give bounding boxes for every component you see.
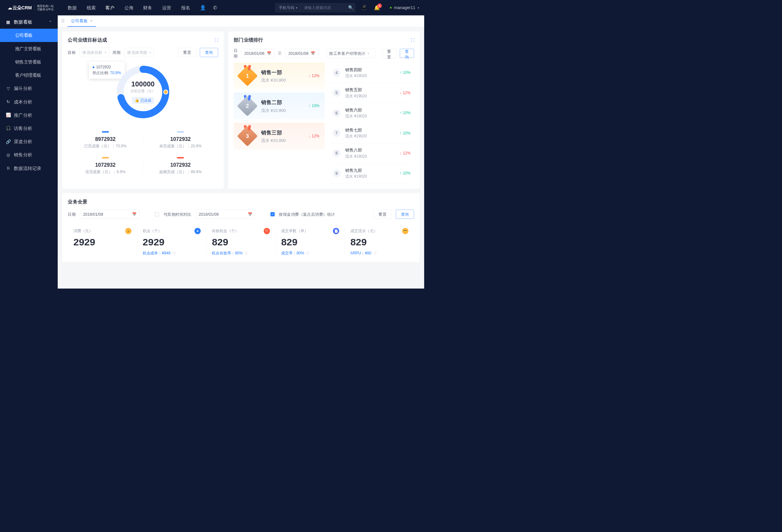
date-to[interactable]: 2018/01/08📅: [285, 49, 318, 58]
main: ☰ 公司看板 ✕ 公司业绩目标达成 ⛶ 目标 请选择目标▾ 周期 请选择周期▾ …: [58, 15, 424, 289]
calendar-icon: 📅: [267, 51, 272, 56]
query-button[interactable]: 查询: [200, 48, 218, 57]
filter-icon: ▽: [6, 86, 10, 91]
expand-icon[interactable]: ⛶: [411, 38, 414, 42]
logo[interactable]: ☁云朵CRM 教育机构一站式服务云平台: [8, 4, 54, 11]
chart-icon: 📈: [6, 112, 10, 117]
overview-stat: 成交单数（单）📄 829 成交率：80%?: [276, 227, 345, 257]
card-overview: 业务全景 日期 2018/01/08📅 与其他时间对比 2018/01/08📅 …: [62, 193, 420, 262]
rank-row[interactable]: 5 销售五部流水 ¥19020 ↓ 12%: [329, 83, 414, 103]
medal-icon: 1: [239, 67, 256, 84]
query-button[interactable]: 查询: [396, 210, 414, 219]
calendar-icon: 📅: [132, 212, 137, 216]
rank-row[interactable]: 4 销售四部流水 ¥19020 ↑ 10%: [329, 63, 414, 83]
help-icon[interactable]: ?: [373, 251, 377, 255]
sidebar-item[interactable]: ↻成本分析: [0, 95, 58, 108]
cycle-icon: ↻: [6, 99, 10, 104]
date-input-1[interactable]: 2018/01/08📅: [80, 210, 139, 219]
nav-item[interactable]: 财务: [143, 4, 152, 11]
user-menu[interactable]: manager11 ▾: [390, 5, 419, 10]
sidebar-item[interactable]: 销售主管看板: [0, 55, 58, 68]
rank-card[interactable]: 1 销售一部流水 ¥10,900 ↓ 12%: [234, 63, 325, 89]
period-select[interactable]: 请选择周期▾: [124, 48, 154, 57]
thumb-icon: 👍: [135, 98, 139, 103]
nav-items: 数据线索客户公海财务运营报名: [68, 4, 190, 11]
search-input[interactable]: [301, 5, 346, 10]
stat-cell: 8972932 已完成量（元）|70.9%: [68, 127, 143, 153]
date-input-2[interactable]: 2018/01/08📅: [196, 210, 255, 219]
flow-icon: ⎘: [6, 166, 10, 171]
reset-button[interactable]: 重置: [382, 49, 396, 58]
sidebar-item[interactable]: 🎧访客分析: [0, 122, 58, 135]
nav-item[interactable]: 数据: [68, 4, 77, 11]
calendar-icon: 📅: [311, 51, 315, 56]
dashboard-icon: ▦: [6, 20, 10, 25]
rank-row[interactable]: 9 销售九部流水 ¥19020 ↑ 10%: [329, 164, 414, 183]
search: 手机号码▾ 🔍: [275, 3, 355, 12]
sidebar-item[interactable]: 📈推广分析: [0, 108, 58, 121]
chevron-up-icon: ⌃: [49, 20, 51, 24]
calendar-icon: 📅: [248, 212, 252, 216]
search-button[interactable]: 🔍: [346, 5, 355, 10]
help-icon[interactable]: ?: [172, 251, 176, 255]
card-title: 公司业绩目标达成: [68, 37, 107, 43]
sidebar-item[interactable]: 🔗渠道分析: [0, 135, 58, 148]
status-tag: 👍已达成: [132, 97, 154, 104]
close-icon[interactable]: ✕: [90, 19, 93, 23]
overview-stat: 消费（元）💰 2929: [68, 227, 137, 257]
tab-company-board[interactable]: 公司看板 ✕: [67, 15, 96, 27]
topnav: ☁云朵CRM 教育机构一站式服务云平台 数据线索客户公海财务运营报名 👤 ✆ 手…: [0, 0, 424, 15]
sidebar-item[interactable]: ◎销售分析: [0, 148, 58, 162]
rank-row[interactable]: 8 销售八部流水 ¥19020 ↓ 12%: [329, 143, 414, 163]
query-button[interactable]: 查询: [400, 49, 414, 58]
mobile-icon[interactable]: 📱: [361, 5, 367, 11]
reset-button[interactable]: 重置: [178, 48, 196, 57]
nav-item[interactable]: 报名: [181, 4, 190, 11]
stat-icon: 📄: [333, 228, 340, 235]
stat-cell: 1072932 应完成量（元）|8.9%: [68, 153, 143, 179]
help-icon[interactable]: ?: [244, 251, 248, 255]
compare-checkbox[interactable]: [155, 212, 159, 216]
nav-item[interactable]: 运营: [162, 4, 171, 11]
sales-icon: ◎: [6, 152, 10, 157]
nav-item[interactable]: 客户: [105, 4, 114, 11]
stat-icon: ➤: [194, 228, 201, 235]
nav-item[interactable]: 线索: [87, 4, 96, 11]
stat-icon: 💳: [402, 228, 409, 235]
status-dot: [390, 7, 391, 8]
search-category[interactable]: 手机号码▾: [275, 3, 301, 12]
cash-checkbox[interactable]: [271, 212, 275, 216]
user-icon[interactable]: 👤: [200, 5, 206, 11]
stat-icon: 💰: [125, 228, 132, 235]
target-select[interactable]: 请选择目标▾: [79, 48, 109, 57]
nav-item[interactable]: 公海: [125, 4, 134, 11]
expand-icon[interactable]: ⛶: [215, 38, 218, 42]
stat-cell: 1072932 未完成量（元）|20.9%: [143, 127, 218, 153]
tabbar: ☰ 公司看板 ✕: [58, 15, 424, 27]
stat-icon: 🛡: [264, 228, 270, 235]
rank-row[interactable]: 6 销售六部流水 ¥19020 ↑ 10%: [329, 103, 414, 123]
card-target: 公司业绩目标达成 ⛶ 目标 请选择目标▾ 周期 请选择周期▾ 重置 查询 107…: [62, 32, 224, 189]
sidebar-item[interactable]: 推广主管看板: [0, 42, 58, 55]
groupby-select[interactable]: 按工单客户经理统计▾: [326, 49, 375, 58]
channel-icon: 🔗: [6, 139, 10, 144]
rank-row[interactable]: 7 销售七部流水 ¥19020 ↑ 10%: [329, 123, 414, 143]
reset-button[interactable]: 重置: [374, 210, 392, 219]
rank-card[interactable]: 2 销售二部流水 ¥10,900 ↑ 10%: [234, 93, 325, 119]
phone-icon[interactable]: ✆: [213, 5, 217, 11]
hamburger-icon[interactable]: ☰: [61, 19, 65, 23]
sidebar-item[interactable]: 客户经理看板: [0, 69, 58, 82]
sidebar-group-dashboard[interactable]: ▦ 数据看板 ⌃: [0, 15, 58, 29]
date-from[interactable]: 2018/01/08📅: [242, 49, 275, 58]
sidebar-item[interactable]: 公司看板: [0, 29, 58, 42]
sidebar-item[interactable]: ▽漏斗分析: [0, 82, 58, 95]
sidebar: ▦ 数据看板 ⌃ 公司看板推广主管看板销售主管看板客户经理看板 ▽漏斗分析↻成本…: [0, 15, 58, 289]
rank-card[interactable]: 3 销售三部流水 ¥10,900 ↓ 12%: [234, 123, 325, 149]
stat-cell: 1072932 超额完成（元）|89.9%: [143, 153, 218, 179]
sidebar-item[interactable]: ⎘数据流转记录: [0, 162, 58, 175]
help-icon[interactable]: ?: [306, 251, 310, 255]
bell-icon[interactable]: 🔔5: [374, 5, 380, 11]
card-ranking: 部门业绩排行 ⛶ 日期 2018/01/08📅 至 2018/01/08📅 按工…: [228, 32, 420, 189]
overview-stat: 机会（个）➤ 2929 机会成本：¥948?: [137, 227, 206, 257]
overview-stat: 有效机会（个）🛡 829 机会有效率：80%?: [206, 227, 276, 257]
